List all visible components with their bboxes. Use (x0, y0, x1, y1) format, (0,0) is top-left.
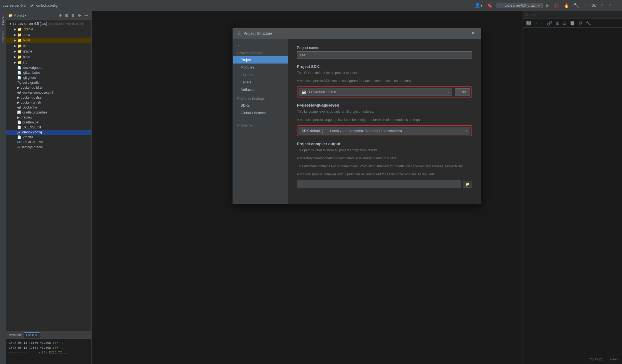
vtab-structure[interactable]: Structure (0, 28, 6, 45)
nav-item-facets[interactable]: Facets (233, 78, 288, 86)
compiler-output-input[interactable] (297, 180, 461, 188)
idea-arrow-icon: ▶ (13, 33, 17, 37)
gradle-folder-icon: 📁 (17, 27, 22, 31)
etc-folder-icon: 📁 (17, 44, 22, 48)
project-tree: ▾ 🗂 cas-server-6.5 [cas] D:\App\ideaProj… (6, 20, 91, 331)
bookmark-icon[interactable]: 🔖 (486, 2, 494, 9)
tree-item-license[interactable]: 📄 LICENSE.txt (6, 125, 91, 130)
locate-icon[interactable]: ⊕ (58, 13, 63, 18)
tree-item-idea[interactable]: ▶ 📁 .idea (6, 32, 91, 38)
gitignore-label: .gitignore (22, 76, 36, 80)
tree-item-settings-gradle[interactable]: ⚙ settings.gradle (6, 145, 91, 150)
tree-root[interactable]: ▾ 🗂 cas-server-6.5 [cas] D:\App\ideaProj… (6, 21, 91, 27)
tree-item-gradle-props[interactable]: 📊 gradle.properties (6, 110, 91, 115)
git-check1-icon[interactable]: ✓ (599, 2, 605, 9)
tree-item-gradlew-bat[interactable]: 📄 gradlew.bat (6, 120, 91, 125)
nav-item-project[interactable]: Project (233, 56, 288, 64)
add-terminal-icon[interactable]: + (42, 333, 44, 337)
sdk-desc1: This SDK is default for all project modu… (297, 70, 472, 76)
tree-item-gradle2[interactable]: ▶ 📁 gradle (6, 49, 91, 54)
docker-run-icon: ▶ (17, 101, 20, 104)
tree-item-etc[interactable]: ▶ 📁 etc (6, 43, 91, 49)
run-config-dropdown[interactable]: 🐾 cas-server-6.5 [unzip] ▾ (496, 3, 543, 8)
tree-item-build[interactable]: ▶ 📁 build (6, 38, 91, 43)
lang-desc1: This language level is default for all p… (297, 109, 472, 114)
docker-compose-label: docker-compose.yml (22, 91, 53, 94)
platform-settings-label: Platform Settings (233, 93, 288, 102)
terminal-panel: Terminal: Local ✕ + 2022-06-13 16:59:40,… (6, 331, 91, 364)
tree-item-docker-run[interactable]: ▶ docker-run.sh (6, 100, 91, 105)
nav-back-arrow[interactable]: ← (237, 43, 241, 47)
settings-icon[interactable]: ⚙ (77, 13, 82, 18)
tree-item-docker-push[interactable]: ▶ docker-push.sh (6, 95, 91, 100)
helm-arrow-icon: ▶ (13, 55, 17, 59)
nav-item-modules[interactable]: Modules (233, 64, 288, 71)
debug-icon[interactable]: 🐞 (553, 2, 560, 9)
readme-label: README.md (23, 140, 43, 144)
dialog-close-button[interactable]: ✕ (470, 30, 476, 36)
sdk-edit-button[interactable]: Edit (455, 88, 470, 96)
tree-item-dockerignore[interactable]: 📄 .dockerignore (6, 65, 91, 70)
account-icon[interactable]: 👤▾ (474, 2, 484, 9)
nav-item-artifacts[interactable]: Artifacts (233, 86, 288, 93)
run-icon[interactable]: ▶ (545, 2, 550, 9)
tree-item-gitattributes[interactable]: 📄 .gitattributes (6, 70, 91, 75)
idea-label: .idea (23, 33, 30, 37)
tree-item-gitignore[interactable]: 📄 .gitignore (6, 75, 91, 80)
nav-item-global-libraries[interactable]: Global Libraries (233, 109, 288, 117)
tree-item-gradle[interactable]: ▶ 📁 .gradle (6, 27, 91, 32)
gradle2-folder-icon: 📁 (17, 49, 22, 54)
git-check2-icon[interactable]: ✓ (607, 2, 613, 9)
sdk-dropdown[interactable]: ☕ 11 version 11.0.8 ▾ (299, 88, 452, 96)
root-arrow-icon: ▾ (8, 22, 13, 26)
nav-forward-arrow[interactable]: → (243, 43, 247, 47)
dockerfile-icon: 🐳 (17, 105, 21, 109)
tree-item-build-gradle[interactable]: 🔧 build.gradle (6, 80, 91, 85)
license-icon: 📄 (17, 125, 21, 129)
lang-value-label: SDK default (11 - Local variable syntax … (302, 129, 402, 133)
terminal-tab-local[interactable]: Local ✕ (24, 332, 40, 338)
expand-all-icon[interactable]: ⊞ (64, 13, 69, 18)
helm-folder-icon: 📁 (17, 55, 22, 59)
dialog-body: ← → Project Settings Project Modules Lib… (233, 39, 481, 204)
src-folder-icon: 📁 (17, 60, 22, 65)
src-arrow-icon: ▶ (13, 60, 17, 64)
dialog-overlay: 🏗 Project Structure ✕ ← → Project Settin… (92, 11, 622, 364)
tree-item-src[interactable]: ▶ 📁 src (6, 60, 91, 65)
tree-item-gradlew[interactable]: ▶ gradlew (6, 115, 91, 120)
project-name-input[interactable] (297, 51, 472, 59)
git-arrow-icon[interactable]: ↑ (615, 2, 619, 9)
terminal-line-1: 2022-06-13 16:59:40,506 INF... (9, 341, 89, 345)
more-icon[interactable]: ⋮ (583, 2, 589, 9)
gradlew-bat-label: gradlew.bat (22, 120, 39, 124)
tree-item-docker-build[interactable]: ▶ docker-build.sh (6, 85, 91, 90)
tree-item-readme[interactable]: MD README.md (6, 140, 91, 145)
profile-icon[interactable]: 🔥 (563, 2, 570, 9)
tree-item-helm[interactable]: ▶ 📁 helm (6, 54, 91, 60)
lang-dropdown[interactable]: SDK default (11 - Local variable syntax … (299, 127, 470, 134)
close-tab-icon[interactable]: ✕ (35, 334, 37, 337)
tree-item-dockerfile[interactable]: 🐳 Dockerfile (6, 105, 91, 110)
problems-item[interactable]: Problems (233, 121, 288, 130)
tree-item-procfile[interactable]: 📄 Procfile (6, 135, 91, 140)
src-label: src (23, 60, 27, 64)
collapse-all-icon[interactable]: ⊟ (70, 13, 76, 18)
vtab-project[interactable]: Project (0, 13, 6, 27)
tree-item-docker-compose[interactable]: 🐳 docker-compose.yml (6, 90, 91, 95)
gradle2-arrow-icon: ▶ (13, 49, 17, 53)
build-icon[interactable]: 🔨 (573, 2, 580, 9)
nav-item-libraries[interactable]: Libraries (233, 71, 288, 78)
docker-run-label: docker-run.sh (21, 101, 41, 104)
toolbar-right: 👤▾ 🔖 🐾 cas-server-6.5 [unzip] ▾ ▶ 🐞 🔥 🔨 … (474, 2, 619, 9)
terminal-content: 2022-06-13 16:59:40,506 INF... 2022-06-1… (6, 339, 91, 357)
compiler-browse-button[interactable]: 📁 (463, 181, 472, 188)
sidebar-title-row: 📁 Project ▾ (8, 14, 27, 17)
project-sidebar: 📁 Project ▾ ⊕ ⊞ ⊟ ⚙ — ▾ 🗂 cas-server-6.5… (6, 11, 92, 364)
sidebar-dropdown-arrow[interactable]: ▾ (25, 14, 27, 17)
close-sidebar-icon[interactable]: — (83, 13, 89, 18)
nav-item-sdks[interactable]: SDKs (233, 102, 288, 109)
lombok-file-label: lombok.config (22, 130, 42, 134)
breadcrumb-sep: › (27, 3, 28, 7)
tree-item-lombok[interactable]: 🌶 lombok.config (6, 130, 91, 135)
right-area: Gradle 🔄 + − 🔗 ⊞ ⊟ 📋 ⚙ 🔧 🏗 Project Struc (92, 11, 622, 364)
